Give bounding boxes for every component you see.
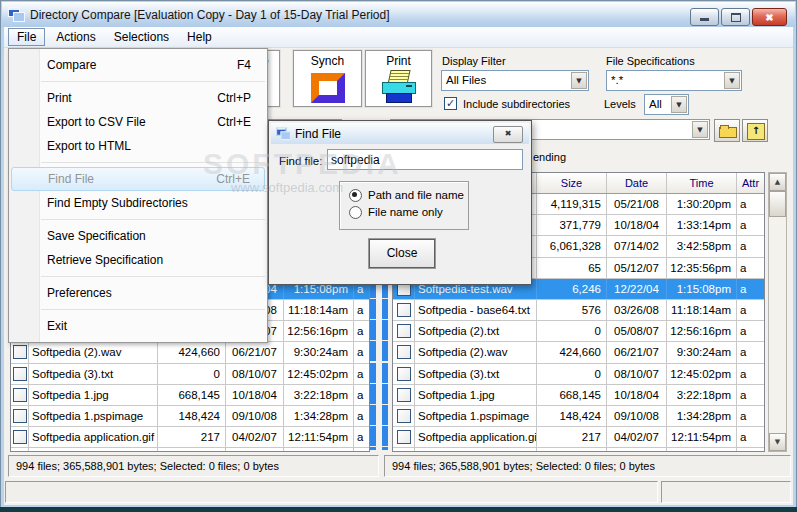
menu-bar: FileActionsSelectionsHelp: [4, 27, 793, 48]
menu-item-label: Find Empty Subdirectories: [47, 191, 188, 215]
column-header-date[interactable]: Date: [607, 173, 667, 193]
menu-item-find-file[interactable]: Find FileCtrl+E: [11, 167, 265, 191]
app-icon: [276, 127, 290, 140]
file-row[interactable]: Softpedia (2).txt005/08/0712:56:16pma: [393, 321, 764, 342]
menu-item-shortcut: Ctrl+E: [216, 168, 250, 190]
cell-date: 04/02/07: [226, 427, 284, 447]
scroll-down-icon[interactable]: ▼: [769, 433, 786, 451]
row-checkbox[interactable]: [13, 345, 27, 359]
radio-option-file-name-only[interactable]: File name only: [349, 205, 443, 219]
menu-item-save-specification[interactable]: Save Specification: [9, 224, 267, 248]
menu-help[interactable]: Help: [178, 28, 221, 46]
app-status-right: [661, 481, 791, 503]
cell-size: 6,246: [537, 279, 607, 299]
cell-attr: a: [354, 300, 369, 320]
dialog-close-button[interactable]: ✖: [493, 126, 523, 143]
menu-item-find-empty-subdirectories[interactable]: Find Empty Subdirectories: [9, 191, 267, 215]
row-checkbox[interactable]: [397, 367, 411, 381]
print-toolbar-button[interactable]: Print: [365, 50, 432, 107]
chevron-down-icon[interactable]: ▼: [692, 121, 708, 138]
close-icon: ✖: [505, 129, 512, 138]
row-checkbox[interactable]: [397, 430, 411, 444]
menu-item-label: Print: [47, 86, 72, 110]
minimize-button[interactable]: [690, 8, 719, 26]
levels-select[interactable]: All ▼: [644, 94, 689, 115]
cell-check: [393, 364, 415, 384]
diff-indicator: [382, 341, 388, 361]
radio-option-path-and-file-name[interactable]: Path and file name: [349, 188, 464, 202]
row-checkbox[interactable]: [397, 451, 411, 452]
row-checkbox[interactable]: [397, 409, 411, 423]
cell-time: 12:56:16pm: [284, 321, 354, 341]
include-subdirectories-checkbox[interactable]: ✓: [444, 97, 457, 110]
row-checkbox[interactable]: [397, 345, 411, 359]
column-header-size[interactable]: Size: [537, 173, 607, 193]
browse-folder-button[interactable]: [714, 119, 740, 142]
file-row[interactable]: Softpedia 1.pspimage148,42409/10/081:34:…: [11, 406, 369, 427]
close-button[interactable]: ✖: [752, 8, 787, 26]
chevron-down-icon[interactable]: ▼: [671, 96, 687, 113]
column-header-attr[interactable]: Attr: [737, 173, 764, 193]
file-row[interactable]: Softpedia - base64.txt57603/26/0811:18:1…: [393, 300, 764, 321]
cell-size: 371,779: [537, 215, 607, 235]
vertical-scrollbar[interactable]: ▲ ▼: [768, 172, 787, 452]
row-checkbox[interactable]: [397, 324, 411, 338]
file-row[interactable]: Softpedia (2).wav424,66006/21/079:30:24a…: [11, 342, 369, 363]
file-row[interactable]: Softpedia (3).txt008/10/0712:45:02pma: [11, 364, 369, 385]
menu-file[interactable]: File: [8, 28, 45, 46]
synch-icon: [311, 73, 345, 103]
menu-item-retrieve-specification[interactable]: Retrieve Specification: [9, 248, 267, 272]
chevron-down-icon[interactable]: ▼: [571, 72, 587, 89]
row-checkbox[interactable]: [397, 303, 411, 317]
column-header-time[interactable]: Time: [667, 173, 737, 193]
menu-actions[interactable]: Actions: [47, 28, 104, 46]
menu-item-label: Save Specification: [47, 224, 146, 248]
menu-item-print[interactable]: PrintCtrl+P: [9, 86, 267, 110]
find-file-input[interactable]: [327, 149, 523, 170]
cell-time: 12:11:54pm: [284, 427, 354, 447]
row-checkbox[interactable]: [13, 430, 27, 444]
menu-selections[interactable]: Selections: [105, 28, 178, 46]
row-checkbox[interactable]: [397, 388, 411, 402]
file-row[interactable]: Softpedia application.gif21704/02/0712:1…: [393, 427, 764, 448]
row-checkbox[interactable]: [13, 451, 27, 452]
cell-time: 1:34:28pm: [284, 406, 354, 426]
menu-item-export-to-html[interactable]: Export to HTML: [9, 134, 267, 158]
scroll-up-icon[interactable]: ▲: [769, 173, 786, 191]
radio-icon[interactable]: [349, 206, 362, 219]
file-row[interactable]: Softpedia (3).txt008/10/0712:45:02pma: [393, 364, 764, 385]
row-checkbox[interactable]: [13, 388, 27, 402]
radio-selected-icon[interactable]: [349, 189, 362, 202]
diff-indicator: [370, 341, 376, 361]
maximize-button[interactable]: [721, 8, 750, 26]
cell-time: 1:30:20pm: [667, 194, 737, 214]
cell-check: [11, 342, 29, 362]
dialog-title-bar[interactable]: Find File ✖: [271, 123, 529, 144]
cell-date: 05/12/07: [607, 258, 667, 278]
menu-item-label: Preferences: [47, 281, 112, 305]
file-row[interactable]: Softpedia 1.jpg668,14510/18/043:22:18pma: [11, 385, 369, 406]
menu-item-compare[interactable]: CompareF4: [9, 53, 267, 77]
find-file-dialog[interactable]: Find File ✖ Find file: Path and file nam…: [268, 120, 532, 285]
file-row[interactable]: [393, 448, 764, 452]
scrollbar-thumb[interactable]: [769, 191, 786, 217]
menu-item-exit[interactable]: Exit: [9, 314, 267, 338]
file-row[interactable]: Softpedia (2).wav424,66006/21/079:30:24a…: [393, 342, 764, 363]
file-row[interactable]: Softpedia application.gif21704/02/0712:1…: [11, 427, 369, 448]
synch-toolbar-button[interactable]: Synch: [293, 50, 362, 107]
cell-size: 4,119,315: [537, 194, 607, 214]
menu-item-export-to-csv-file[interactable]: Export to CSV FileCtrl+E: [9, 110, 267, 134]
file-row[interactable]: Softpedia 1.pspimage148,42409/10/081:34:…: [393, 406, 764, 427]
chevron-down-icon[interactable]: ▼: [724, 72, 740, 89]
cell-name: Softpedia (3).txt: [415, 364, 537, 384]
file-row[interactable]: [11, 448, 369, 452]
title-bar[interactable]: Directory Compare [Evaluation Copy - Day…: [2, 2, 795, 27]
display-filter-select[interactable]: All Files ▼: [441, 70, 589, 91]
row-checkbox[interactable]: [13, 367, 27, 381]
dialog-close-action-button[interactable]: Close: [369, 239, 435, 268]
file-row[interactable]: Softpedia 1.jpg668,14510/18/043:22:18pma: [393, 385, 764, 406]
file-specifications-select[interactable]: *.* ▼: [606, 70, 742, 91]
parent-folder-button[interactable]: ↑: [742, 119, 768, 142]
menu-item-preferences[interactable]: Preferences: [9, 281, 267, 305]
row-checkbox[interactable]: [13, 409, 27, 423]
